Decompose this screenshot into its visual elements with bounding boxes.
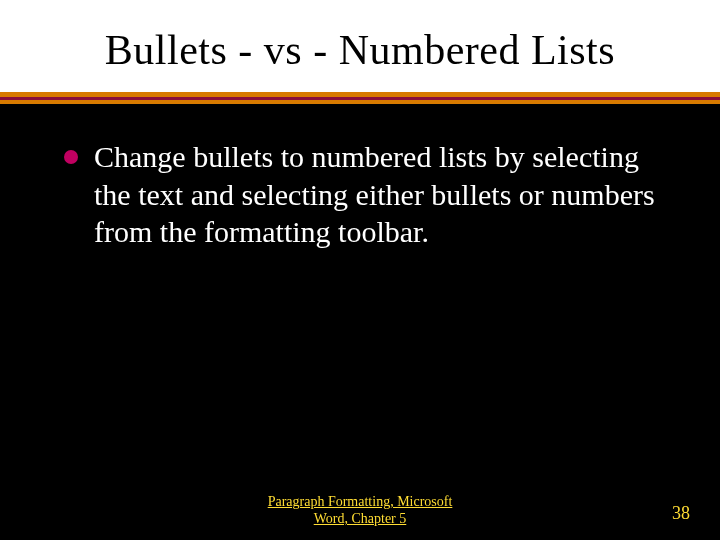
content-area: Change bullets to numbered lists by sele…	[0, 104, 720, 251]
slide-title: Bullets - vs - Numbered Lists	[0, 26, 720, 74]
bullet-text: Change bullets to numbered lists by sele…	[94, 138, 672, 251]
footer-line2: Word, Chapter 5	[268, 511, 453, 528]
footer-line1: Paragraph Formatting, Microsoft	[268, 494, 453, 509]
list-item: Change bullets to numbered lists by sele…	[64, 138, 672, 251]
divider-bar	[0, 92, 720, 104]
footer-center: Paragraph Formatting, Microsoft Word, Ch…	[268, 494, 453, 528]
footer: Paragraph Formatting, Microsoft Word, Ch…	[0, 488, 720, 528]
title-area: Bullets - vs - Numbered Lists	[0, 0, 720, 92]
slide: Bullets - vs - Numbered Lists Change bul…	[0, 0, 720, 540]
page-number: 38	[672, 503, 690, 524]
bullet-icon	[64, 150, 78, 164]
